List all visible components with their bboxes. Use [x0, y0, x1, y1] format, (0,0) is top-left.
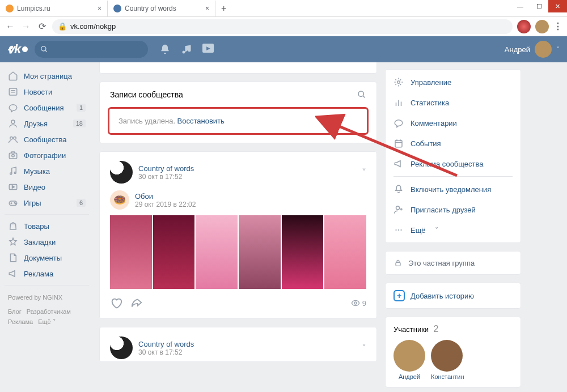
sidebar-label: Моя страница [24, 72, 72, 80]
sidebar-item-ads[interactable]: Реклама [5, 266, 89, 282]
prev-post-peek [99, 62, 377, 74]
svg-line-19 [363, 96, 365, 97]
repost-author-name[interactable]: Обои [135, 192, 196, 201]
window-close-button[interactable]: ✕ [548, 0, 567, 12]
post-menu-icon[interactable]: ˅ [362, 167, 366, 178]
sidebar-item-messages[interactable]: Сообщения1 [5, 100, 89, 116]
notifications-icon[interactable] [159, 44, 171, 55]
wall-search-icon[interactable] [357, 90, 366, 99]
browser-tab-0[interactable]: Lumpics.ru × [0, 1, 108, 16]
gallery-image[interactable] [110, 215, 152, 289]
members-title[interactable]: Участники [393, 325, 429, 334]
footer-link-devs[interactable]: Разработчикам [27, 308, 71, 315]
header-avatar[interactable] [535, 41, 552, 58]
member-avatar[interactable] [431, 340, 463, 372]
add-user-icon [393, 204, 404, 215]
footer-link-more[interactable]: Ещё ˅ [38, 318, 56, 325]
member-avatar[interactable] [393, 340, 425, 372]
post-author-avatar[interactable] [110, 336, 133, 359]
sidebar-item-music[interactable]: Музыка [5, 163, 89, 179]
window-maximize-button[interactable]: ☐ [530, 0, 548, 12]
sidebar-item-communities[interactable]: Сообщества [5, 131, 89, 147]
header-dropdown-icon[interactable]: ˅ [556, 45, 560, 54]
gallery-image[interactable] [153, 215, 195, 289]
sidebar-badge: 6 [77, 199, 86, 207]
star-icon [8, 237, 18, 247]
megaphone-icon [8, 269, 18, 279]
sidebar-item-games[interactable]: Игры6 [5, 195, 89, 211]
sidebar-item-video[interactable]: Видео [5, 179, 89, 195]
window-minimize-button[interactable]: — [511, 0, 530, 12]
sidebar-item-photos[interactable]: Фотографии [5, 147, 89, 163]
right-item-more[interactable]: Ещё˅ [386, 220, 521, 240]
sidebar-item-documents[interactable]: Документы [5, 250, 89, 266]
more-icon [393, 225, 404, 235]
friends-icon [8, 118, 18, 129]
right-item-manage[interactable]: Управление [386, 72, 521, 92]
right-item-label: Пригласить друзей [411, 206, 476, 214]
right-item-label: События [411, 139, 441, 148]
nav-back-icon[interactable]: ← [5, 22, 16, 32]
gallery-image[interactable] [196, 215, 238, 289]
gallery-image[interactable] [324, 215, 366, 289]
vk-logo[interactable]: ⱴk [7, 42, 28, 57]
right-item-invite[interactable]: Пригласить друзей [386, 199, 521, 220]
megaphone-icon [393, 159, 404, 169]
footer-link-ads[interactable]: Реклама [8, 318, 33, 325]
right-item-notifications[interactable]: Включить уведомления [386, 179, 521, 199]
sidebar-item-my-page[interactable]: Моя страница [5, 68, 89, 84]
header-username[interactable]: Андрей [505, 45, 530, 54]
right-item-comments[interactable]: Комментарии [386, 113, 521, 133]
deleted-post-notice: Запись удалена. Восстановить [108, 107, 369, 135]
footer-link-blog[interactable]: Блог [8, 308, 22, 315]
camera-icon [8, 150, 18, 160]
sidebar-item-friends[interactable]: Друзья18 [5, 116, 89, 131]
right-item-stats[interactable]: Статистика [386, 92, 521, 113]
profile-icon[interactable] [535, 20, 549, 33]
browser-tab-1[interactable]: Country of words × [108, 1, 215, 16]
sidebar-label: Закладки [24, 238, 56, 246]
tab-close-icon[interactable]: × [98, 5, 101, 12]
sidebar-item-bookmarks[interactable]: Закладки [5, 234, 89, 250]
wall-title: Записи сообщества [110, 90, 183, 99]
calendar-icon [393, 138, 404, 148]
left-sidebar: Моя страница Новости Сообщения1 Друзья18… [0, 62, 94, 392]
right-item-label: Ещё [411, 226, 426, 235]
member-name[interactable]: Константин [431, 373, 464, 380]
url-text: vk.com/nokgp [70, 22, 116, 31]
url-input[interactable]: 🔒 vk.com/nokgp [52, 19, 513, 34]
gallery-image[interactable] [239, 215, 281, 289]
add-story-card[interactable]: + Добавить историю [385, 283, 521, 309]
right-item-events[interactable]: События [386, 133, 521, 154]
views-count: 9 [362, 299, 366, 308]
tab-favicon-icon [113, 5, 121, 12]
nav-reload-icon[interactable]: ⟳ [36, 21, 48, 32]
sidebar-item-news[interactable]: Новости [5, 84, 89, 100]
gallery-image[interactable] [282, 215, 324, 289]
restore-link[interactable]: Восстановить [177, 117, 225, 125]
browser-menu-icon[interactable]: ⋮ [553, 21, 562, 32]
right-item-ads[interactable]: Реклама сообщества [386, 154, 521, 174]
vk-search-input[interactable] [35, 41, 148, 58]
sidebar-label: Новости [24, 88, 52, 96]
post-menu-icon[interactable]: ˅ [362, 343, 366, 353]
repost-avatar[interactable]: 🍩 [110, 190, 129, 210]
post-author-name[interactable]: Country of words [138, 164, 194, 173]
member-name[interactable]: Андрей [393, 373, 425, 380]
music-icon[interactable] [181, 44, 192, 55]
new-tab-button[interactable]: + [215, 3, 232, 14]
tab-close-icon[interactable]: × [205, 5, 209, 12]
post-author-name[interactable]: Country of words [138, 340, 194, 348]
gear-icon [393, 77, 404, 87]
right-item-label: Включить уведомления [411, 185, 491, 194]
video-play-icon[interactable]: ▶ [202, 44, 214, 53]
sidebar-item-market[interactable]: Товары [5, 218, 89, 234]
like-icon[interactable] [110, 297, 122, 309]
nav-forward-icon[interactable]: → [20, 22, 32, 32]
svg-point-7 [14, 137, 16, 140]
sidebar-separator [5, 214, 89, 215]
extension-icon[interactable] [517, 20, 531, 33]
video-icon [8, 182, 18, 192]
share-icon[interactable] [130, 297, 143, 309]
post-author-avatar[interactable] [110, 161, 133, 184]
